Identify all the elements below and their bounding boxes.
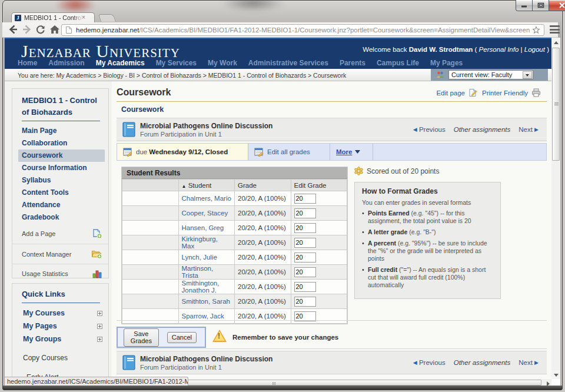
vertical-scrollbar[interactable] (551, 38, 560, 380)
nav-home[interactable]: Home (18, 58, 37, 70)
quick-links-title: Quick Links (12, 284, 108, 303)
grade-input[interactable] (294, 238, 316, 248)
other-assignments-link[interactable]: Other assignments (454, 359, 511, 366)
student-results-table: Student Results ▲ Student Grade Edit Gra… (121, 167, 348, 324)
previous-link[interactable]: Previous (419, 359, 446, 366)
col-header-edit-grade[interactable]: Edit Grade (291, 180, 347, 191)
student-link[interactable]: Sparrow, Jack (182, 313, 224, 320)
student-link[interactable]: Smithton, Sarah (182, 298, 230, 305)
student-link[interactable]: Smithington, Jonathon J. (182, 280, 220, 294)
edit-page-link[interactable]: Edit page (436, 89, 465, 97)
address-bar[interactable]: hedemo.jenzabar.net/ICS/Academics/BI/MED… (61, 24, 544, 36)
sidebar-add-a-page[interactable]: Add a Page (12, 224, 108, 244)
previous-arrow-icon: ◀ (413, 127, 417, 132)
personal-info-link[interactable]: Personal Info (479, 46, 519, 53)
nav-my-pages[interactable]: My Pages (430, 58, 463, 70)
grade-input[interactable] (294, 223, 316, 233)
expand-plus-icon[interactable] (97, 311, 102, 316)
sidebar-context-manager[interactable]: Context Manager (12, 244, 108, 264)
printer-icon[interactable] (531, 88, 541, 97)
nav-parents[interactable]: Parents (340, 58, 365, 70)
sidebar-item-main-page[interactable]: Main Page (12, 125, 108, 137)
toolbar-spacer (373, 144, 546, 160)
printer-friendly-link[interactable]: Printer Friendly (482, 89, 528, 97)
howto-bullet: A percent (e.g. "95%") -- be sure to inc… (362, 240, 494, 263)
select-arrow-icon (523, 71, 532, 79)
grade-input[interactable] (294, 208, 316, 218)
other-assignments-link[interactable]: Other assignments (454, 126, 511, 133)
howto-box: How to Format Grades You can enter grade… (354, 182, 501, 299)
forward-icon[interactable] (21, 24, 33, 35)
grade-input[interactable] (294, 194, 316, 204)
edit-page-icon[interactable] (468, 88, 477, 97)
student-link[interactable]: Hansen, Greg (182, 224, 224, 231)
next-link[interactable]: Next (519, 359, 533, 366)
breadcrumb-path[interactable]: My Academics > Biology - BI > Control of… (56, 72, 347, 79)
sidebar-item-course-information[interactable]: Course Information (12, 162, 108, 174)
reload-icon[interactable] (35, 24, 46, 35)
bookmark-star-icon[interactable] (532, 26, 540, 34)
assignment-book-icon (122, 355, 135, 370)
edit-all-grades-cell[interactable]: Edit all grades (248, 144, 330, 160)
student-link[interactable]: Lynch, Julie (182, 254, 217, 261)
more-link[interactable]: More (336, 148, 352, 155)
close-button[interactable] (549, 0, 565, 11)
logout-link[interactable]: Logout (524, 46, 545, 53)
sidebar-usage-statistics[interactable]: Usage Statistics (12, 264, 108, 283)
pipe-separator: | (521, 46, 523, 53)
browser-tab[interactable]: J MEDBIO1 1 - Control of Bio × (11, 12, 95, 22)
current-view-select[interactable]: Current view: Faculty (448, 70, 533, 79)
grade-input[interactable] (294, 282, 316, 292)
save-box: Save Grades Cancel (117, 327, 206, 348)
nav-my-work[interactable]: My Work (208, 58, 237, 70)
expand-plus-icon[interactable] (97, 324, 102, 329)
grade-input[interactable] (294, 297, 316, 307)
grade-input[interactable] (294, 311, 316, 321)
nav-my-academics[interactable]: My Academics (96, 58, 145, 70)
nav-campus-life[interactable]: Campus Life (377, 58, 419, 70)
sidebar-item-content-tools[interactable]: Content Tools (12, 187, 108, 199)
quick-link-my-courses[interactable]: My Courses (12, 307, 108, 320)
col-header-student[interactable]: ▲ Student (178, 180, 235, 191)
minimize-button[interactable] (516, 0, 533, 11)
quick-link-copy-courses[interactable]: Copy Courses (12, 350, 108, 366)
back-icon[interactable] (7, 24, 19, 35)
save-grades-button[interactable]: Save Grades (124, 328, 159, 347)
assignment-subtitle: Forum Participation in Unit 1 (140, 364, 222, 371)
home-icon[interactable] (49, 24, 61, 35)
quick-link-my-groups[interactable]: My Groups (12, 333, 108, 346)
grade-input[interactable] (294, 253, 316, 263)
more-menu[interactable]: More (330, 144, 373, 160)
nav-admission[interactable]: Admission (48, 58, 84, 70)
howto-bullet: Points Earned (e.g. "45") -- for this as… (362, 210, 494, 225)
nav-administrative-services[interactable]: Administrative Services (248, 58, 328, 70)
new-tab-button[interactable] (98, 14, 116, 22)
sidebar-item-gradebook[interactable]: Gradebook (12, 211, 108, 224)
browser-menu-icon[interactable] (550, 25, 560, 34)
maximize-button[interactable] (533, 0, 549, 11)
cancel-button[interactable]: Cancel (167, 332, 197, 343)
breadcrumb-bar: You are here: My Academics > Biology - B… (5, 69, 551, 81)
scroll-down-button[interactable] (551, 370, 560, 380)
expand-plus-icon[interactable] (97, 337, 102, 342)
edit-all-grades-link[interactable]: Edit all grades (267, 148, 310, 155)
student-link[interactable]: Chalmers, Mario (182, 195, 231, 202)
scroll-up-button[interactable] (551, 38, 560, 47)
sidebar-item-attendance[interactable]: Attendance (12, 199, 108, 211)
context-manager-folder-icon (91, 249, 102, 259)
nav-my-services[interactable]: My Services (156, 58, 197, 70)
quick-link-my-pages[interactable]: My Pages (12, 320, 108, 333)
grade-input[interactable] (294, 267, 316, 277)
student-link[interactable]: Martinson, Trista (182, 265, 214, 279)
vertical-scroll-thumb[interactable] (552, 48, 560, 161)
sidebar-item-collaboration[interactable]: Collaboration (12, 137, 108, 150)
sidebar-item-syllabus[interactable]: Syllabus (12, 174, 108, 187)
student-link[interactable]: Cooper, Stacey (182, 210, 228, 217)
bullet-lead: Points Earned (368, 210, 410, 217)
student-link[interactable]: Kirkingburg, Max (182, 235, 218, 250)
previous-link[interactable]: Previous (419, 126, 446, 133)
sidebar-item-coursework[interactable]: Coursework (18, 150, 105, 162)
next-link[interactable]: Next (519, 126, 533, 133)
due-label: due (136, 148, 147, 155)
col-header-grade[interactable]: Grade (235, 180, 291, 191)
